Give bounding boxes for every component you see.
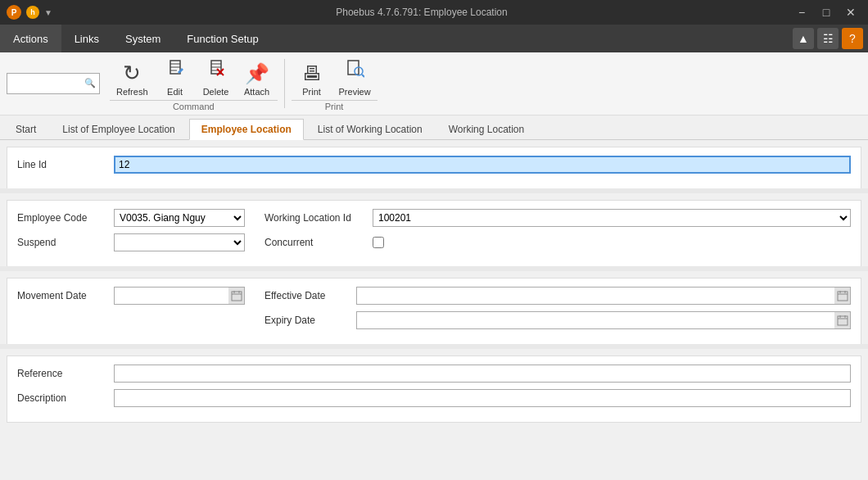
- line-id-row: Line Id: [17, 156, 851, 174]
- dates-section: Movement Date Effective Date Expiry Date: [7, 278, 861, 344]
- expiry-date-calendar-button[interactable]: [834, 311, 851, 329]
- section-divider-1: [0, 188, 868, 193]
- svg-line-13: [362, 75, 364, 77]
- print-label: Print: [292, 100, 377, 111]
- help-button[interactable]: ?: [842, 28, 863, 49]
- search-input[interactable]: [11, 78, 84, 89]
- movement-date-field: [114, 287, 245, 305]
- svg-rect-18: [838, 292, 848, 301]
- working-location-id-select[interactable]: 100201: [373, 209, 851, 227]
- menu-actions[interactable]: Actions: [0, 25, 61, 52]
- section-divider-3: [0, 344, 868, 349]
- delete-label: Delete: [203, 87, 229, 97]
- attach-label: Attach: [244, 87, 269, 97]
- tab-bar: Start List of Employee Location Employee…: [0, 115, 868, 140]
- employee-code-row: Employee Code V0035. Giang Nguy Working …: [17, 209, 851, 227]
- command-label: Command: [110, 100, 278, 111]
- preview-label: Preview: [339, 87, 371, 97]
- delete-button[interactable]: Delete: [196, 56, 237, 98]
- tab-list-employee-location[interactable]: List of Employee Location: [50, 119, 187, 139]
- reference-row: Reference: [17, 365, 851, 383]
- reference-section: Reference Description: [7, 355, 861, 423]
- attach-button[interactable]: 📌 Attach: [237, 61, 278, 98]
- logo-p: P: [7, 5, 21, 20]
- print-icon: 🖶: [302, 62, 322, 86]
- effective-date-field: [356, 287, 851, 305]
- movement-date-calendar-button[interactable]: [228, 287, 245, 305]
- reference-label: Reference: [17, 368, 107, 379]
- expiry-date-label: Expiry Date: [251, 315, 350, 326]
- tab-list-working-location[interactable]: List of Working Location: [305, 119, 435, 139]
- suspend-select[interactable]: [114, 233, 245, 251]
- expiry-date-field: [356, 311, 851, 329]
- line-id-input[interactable]: [114, 156, 851, 174]
- print-label: Print: [302, 87, 321, 97]
- attach-icon: 📌: [245, 62, 269, 86]
- preview-icon: [345, 57, 364, 86]
- edit-label: Edit: [167, 87, 183, 97]
- suspend-row: Suspend Concurrent: [17, 233, 851, 251]
- suspend-label: Suspend: [17, 237, 107, 248]
- effective-date-input[interactable]: [356, 287, 834, 305]
- toolbar-divider: [284, 59, 285, 108]
- title-bar: P h ▼ Phoebus 4.7.6.791: Employee Locati…: [0, 0, 868, 25]
- window-title: Phoebus 4.7.6.791: Employee Location: [52, 7, 791, 18]
- employee-section: Employee Code V0035. Giang Nguy Working …: [7, 200, 861, 266]
- description-label: Description: [17, 392, 107, 404]
- menu-function-setup[interactable]: Function Setup: [174, 25, 271, 52]
- effective-date-label: Effective Date: [251, 290, 350, 301]
- close-button[interactable]: ✕: [840, 4, 861, 20]
- menu-system[interactable]: System: [112, 25, 174, 52]
- minimize-button[interactable]: −: [791, 4, 812, 20]
- description-row: Description: [17, 389, 851, 407]
- search-icon: 🔍: [84, 78, 96, 88]
- line-id-section: Line Id: [7, 147, 861, 188]
- print-button[interactable]: 🖶 Print: [292, 61, 332, 98]
- effective-date-calendar-button[interactable]: [834, 287, 851, 305]
- search-box[interactable]: 🔍: [7, 73, 100, 94]
- toolbar: 🔍 ↻ Refresh Edit Delete 📌 Attac: [0, 52, 868, 115]
- concurrent-checkbox[interactable]: [373, 237, 384, 248]
- menu-links[interactable]: Links: [61, 25, 112, 52]
- print-section: 🖶 Print Preview Print: [292, 56, 377, 111]
- maximize-button[interactable]: □: [816, 4, 837, 20]
- command-section: ↻ Refresh Edit Delete 📌 Attach Command: [110, 56, 278, 111]
- refresh-label: Refresh: [116, 87, 148, 97]
- movement-date-row: Movement Date Effective Date: [17, 287, 851, 305]
- description-input[interactable]: [114, 389, 851, 407]
- menu-bar: Actions Links System Function Setup ▲ ☷ …: [0, 25, 868, 52]
- delete-icon: [206, 57, 226, 86]
- title-bar-arrow: ▼: [44, 8, 52, 17]
- edit-button[interactable]: Edit: [155, 56, 196, 98]
- movement-date-label: Movement Date: [17, 290, 107, 301]
- logo-h: h: [26, 6, 39, 19]
- movement-date-input[interactable]: [114, 287, 228, 305]
- refresh-icon: ↻: [123, 61, 141, 86]
- expiry-date-input[interactable]: [356, 311, 834, 329]
- section-divider-2: [0, 266, 868, 271]
- expiry-date-row: Expiry Date: [17, 311, 851, 329]
- tab-working-location[interactable]: Working Location: [436, 119, 537, 139]
- working-location-id-label: Working Location Id: [251, 212, 366, 224]
- svg-rect-14: [232, 292, 242, 301]
- nav-prev-button[interactable]: ▲: [793, 28, 814, 49]
- edit-icon: [165, 57, 185, 86]
- concurrent-label: Concurrent: [251, 237, 366, 248]
- reference-input[interactable]: [114, 365, 851, 383]
- line-id-label: Line Id: [17, 159, 107, 170]
- windows-button[interactable]: ☷: [817, 28, 839, 49]
- preview-button[interactable]: Preview: [332, 56, 377, 98]
- employee-code-select[interactable]: V0035. Giang Nguy: [114, 209, 245, 227]
- employee-code-label: Employee Code: [17, 212, 107, 224]
- main-content: Line Id Employee Code V0035. Giang Nguy …: [0, 140, 868, 478]
- tab-employee-location[interactable]: Employee Location: [189, 119, 304, 140]
- refresh-button[interactable]: ↻ Refresh: [110, 59, 155, 98]
- tab-start[interactable]: Start: [3, 119, 48, 139]
- svg-rect-22: [838, 316, 848, 325]
